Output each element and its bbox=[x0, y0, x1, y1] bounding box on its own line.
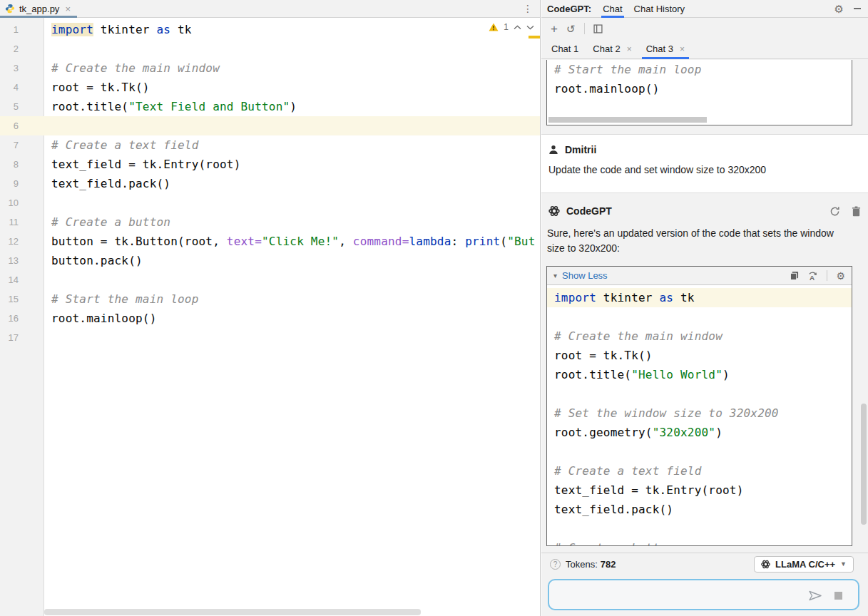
panel-minimize-icon[interactable] bbox=[854, 8, 861, 9]
delete-message-trash-icon[interactable] bbox=[852, 206, 861, 217]
assistant-intro-text: Sure, here's an updated version of the c… bbox=[547, 226, 849, 256]
line-number: 14 bbox=[0, 270, 19, 289]
chat-tab-label: Chat 2 bbox=[593, 43, 620, 54]
regenerate-icon[interactable] bbox=[829, 206, 840, 217]
code-block-header: ▾ Show Less A ⚙ bbox=[547, 267, 852, 285]
code-line: 15# Start the main loop bbox=[0, 289, 540, 309]
code-lines: # Start the main looproot.mainloop() bbox=[547, 60, 852, 98]
code-line bbox=[547, 442, 852, 461]
panel-header: CodeGPT: Chat Chat History ⚙ bbox=[541, 0, 868, 18]
line-number: 5 bbox=[0, 97, 19, 116]
codegpt-panel: CodeGPT: Chat Chat History ⚙ + ↺ Chat 1 … bbox=[541, 0, 868, 616]
collapse-caret-icon[interactable]: ▾ bbox=[553, 272, 557, 279]
tab-chat-history[interactable]: Chat History bbox=[634, 0, 685, 18]
previous-response-code-block: # Start the main looproot.mainloop() bbox=[546, 60, 852, 125]
line-number: 4 bbox=[0, 78, 19, 97]
warning-icon bbox=[489, 23, 499, 31]
file-tab-label: tk_app.py bbox=[19, 4, 59, 14]
code-settings-gear-icon[interactable]: ⚙ bbox=[836, 271, 845, 281]
editor-tab-bar: tk_app.py × ⋮ bbox=[0, 0, 540, 18]
panel-title: CodeGPT: bbox=[547, 4, 591, 14]
line-number: 2 bbox=[0, 39, 19, 58]
replace-in-editor-icon[interactable]: A bbox=[807, 271, 818, 281]
tab-close-icon[interactable]: × bbox=[65, 4, 71, 14]
code-line: 17 bbox=[0, 328, 540, 347]
code-line: 2 bbox=[0, 39, 540, 58]
code-line: 3# Create the main window bbox=[0, 58, 540, 78]
prev-issue-chevron-icon[interactable] bbox=[514, 25, 521, 30]
prompt-textarea[interactable] bbox=[555, 583, 805, 607]
user-message: Dmitrii Update the code and set window s… bbox=[541, 134, 868, 193]
line-number: 1 bbox=[0, 20, 19, 39]
code-line: 16root.mainloop() bbox=[0, 309, 540, 328]
code-line: # Set the window size to 320x200 bbox=[547, 404, 852, 423]
scrollbar-warning-marker bbox=[529, 36, 540, 38]
chat-tab-1[interactable]: Chat 1 bbox=[544, 39, 586, 58]
send-icon[interactable] bbox=[808, 590, 822, 602]
tab-overflow-menu-icon[interactable]: ⋮ bbox=[523, 0, 533, 18]
line-number: 10 bbox=[0, 193, 19, 212]
svg-text:A: A bbox=[810, 273, 815, 280]
code-line: root.geometry("320x200") bbox=[547, 423, 852, 442]
code-line: 14 bbox=[0, 270, 540, 289]
line-number: 6 bbox=[0, 116, 19, 135]
code-line: 7# Create a text field bbox=[0, 135, 540, 155]
code-line: root.mainloop() bbox=[547, 79, 852, 98]
chat-tab-3[interactable]: Chat 3 × bbox=[639, 39, 692, 58]
code-line: 5root.title("Text Field and Button") bbox=[0, 97, 540, 116]
line-number: 17 bbox=[0, 328, 19, 347]
reset-chat-icon[interactable]: ↺ bbox=[566, 24, 576, 34]
chat-vertical-scrollbar[interactable] bbox=[861, 404, 867, 525]
editor-horizontal-scrollbar[interactable] bbox=[44, 609, 421, 615]
tab-chat[interactable]: Chat bbox=[603, 0, 622, 18]
code-line bbox=[547, 384, 852, 404]
chat-tab-2[interactable]: Chat 2 × bbox=[586, 39, 638, 58]
code-editor[interactable]: 1import tkinter as tk23# Create the main… bbox=[0, 18, 540, 616]
line-number: 11 bbox=[0, 212, 19, 232]
chat-tab-close-icon[interactable]: × bbox=[627, 44, 632, 54]
chat-tab-close-icon[interactable]: × bbox=[680, 44, 685, 54]
panel-settings-gear-icon[interactable]: ⚙ bbox=[834, 4, 844, 14]
toolbar-separator bbox=[584, 23, 585, 34]
line-number: 16 bbox=[0, 309, 19, 328]
code-line: text_field.pack() bbox=[547, 500, 852, 519]
inspection-widget[interactable]: 1 bbox=[489, 22, 534, 32]
open-in-editor-icon[interactable] bbox=[593, 24, 603, 34]
assistant-name: CodeGPT bbox=[566, 205, 612, 217]
help-icon[interactable]: ? bbox=[550, 559, 561, 570]
prompt-input-box[interactable] bbox=[548, 579, 859, 610]
new-chat-plus-icon[interactable]: + bbox=[551, 23, 558, 35]
code-line: 4root = tk.Tk() bbox=[0, 78, 540, 97]
code-line: # Create a text field bbox=[547, 461, 852, 481]
codegpt-logo-icon bbox=[548, 205, 560, 217]
python-file-icon bbox=[5, 4, 15, 14]
copy-code-icon[interactable] bbox=[790, 271, 799, 280]
line-number: 12 bbox=[0, 232, 19, 251]
show-less-toggle[interactable]: Show Less bbox=[562, 270, 608, 281]
line-number: 13 bbox=[0, 251, 19, 270]
panel-footer: ? Tokens: 782 LLaMA C/C++ ▼ bbox=[541, 553, 868, 575]
code-line: 9text_field.pack() bbox=[0, 174, 540, 193]
file-tab[interactable]: tk_app.py × bbox=[0, 0, 77, 17]
code-line: 1import tkinter as tk bbox=[0, 20, 540, 39]
user-avatar-icon bbox=[548, 145, 558, 155]
code-block-horizontal-scrollbar[interactable] bbox=[548, 117, 707, 123]
code-line: text_field = tk.Entry(root) bbox=[547, 481, 852, 500]
code-line bbox=[547, 307, 852, 327]
chat-tab-label: Chat 3 bbox=[646, 43, 673, 54]
chat-scroll-area[interactable]: # Start the main looproot.mainloop() Dmi… bbox=[541, 60, 868, 553]
editor-code-lines: 1import tkinter as tk23# Create the main… bbox=[0, 20, 540, 347]
user-message-text: Update the code and set window size to 3… bbox=[548, 164, 861, 175]
next-issue-chevron-icon[interactable] bbox=[526, 25, 534, 30]
model-selector-button[interactable]: LLaMA C/C++ ▼ bbox=[754, 556, 854, 573]
line-number: 15 bbox=[0, 289, 19, 309]
model-dropdown-chevron-icon: ▼ bbox=[840, 560, 847, 568]
line-number: 7 bbox=[0, 135, 19, 155]
chat-tab-label: Chat 1 bbox=[551, 43, 578, 54]
warning-count: 1 bbox=[504, 22, 509, 32]
code-line: 6 bbox=[0, 116, 540, 135]
prompt-input-area bbox=[541, 575, 868, 616]
tokens-label: Tokens: bbox=[566, 559, 598, 570]
line-number: 3 bbox=[0, 58, 19, 78]
stop-icon[interactable] bbox=[834, 592, 842, 600]
